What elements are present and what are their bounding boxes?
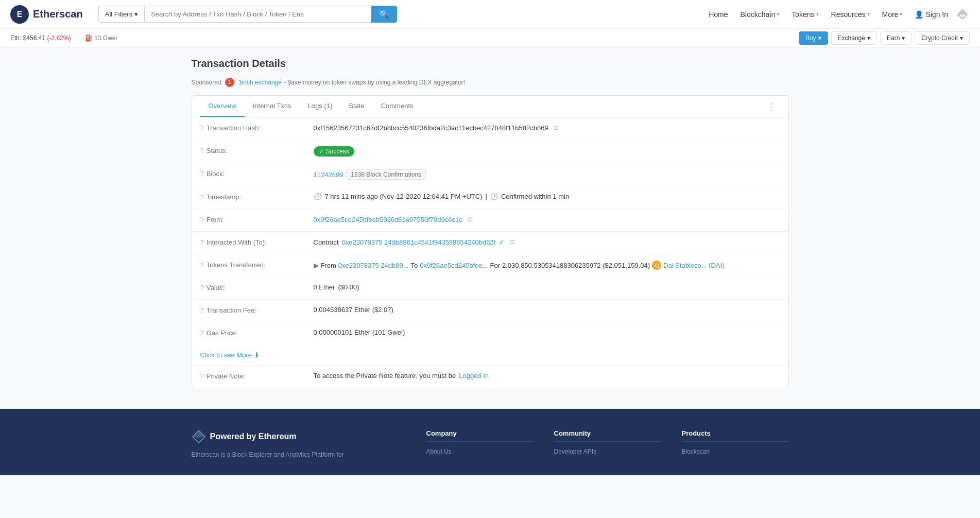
help-icon: ? — [200, 261, 204, 269]
row-value: ? Value: 0 Ether ($0.00) — [192, 277, 788, 300]
crypto-credit-button[interactable]: Crypto Credit ▾ — [915, 31, 970, 45]
copy-icon[interactable]: ⧉ — [554, 124, 558, 132]
tokens-for-prefix: For — [490, 262, 501, 269]
confirmations-badge: 1938 Block Confirmations — [346, 169, 426, 180]
verified-icon: ✓ — [498, 238, 505, 246]
sub-header: Eth: $456.41 (-2.62%) | ⛽ 13 Gwei Buy ▾ … — [0, 29, 980, 47]
sponsored-label: Sponsored: — [192, 79, 223, 86]
tab-logs[interactable]: Logs (1) — [300, 96, 341, 117]
footer-brand-col: Powered by Ethereum Etherscan is a Block… — [192, 429, 406, 460]
chevron-down-icon: ▾ — [777, 11, 779, 17]
nav-resources[interactable]: Resources ▾ — [826, 7, 875, 22]
footer-about-link[interactable]: About Us — [426, 448, 534, 455]
footer-dev-apis-link[interactable]: Developer APIs — [554, 448, 661, 455]
help-icon: ? — [200, 124, 204, 132]
search-area: All Filters ▾ 🔍 — [98, 6, 397, 23]
footer-main: Powered by Ethereum Etherscan is a Block… — [181, 409, 799, 475]
user-icon: 👤 — [915, 10, 923, 19]
clock-icon: 🕐 — [314, 193, 322, 200]
tokens-amount: 2,030,850.530534188306235972 ($2,051,159… — [502, 262, 650, 269]
tokens-from-link[interactable]: 0xe23078375 24db89... — [338, 262, 409, 269]
nav-home[interactable]: Home — [703, 7, 733, 22]
chevron-down-icon: ▾ — [900, 11, 902, 17]
tab-overview[interactable]: Overview — [200, 96, 245, 117]
click-more-link[interactable]: Click to see More ⬇ — [192, 345, 268, 365]
ethereum-icon — [192, 429, 206, 444]
logo-text: Etherscan — [33, 8, 83, 20]
row-interacted: ? Interacted With (To): Contract 0xe2307… — [192, 232, 788, 254]
footer-blockscan-link[interactable]: Blockscan — [682, 448, 789, 455]
sponsor-icon: 1 — [225, 78, 234, 87]
row-private-note: ? Private Note: To access the Private No… — [192, 365, 788, 388]
logged-in-link[interactable]: Logged In — [459, 372, 489, 379]
copy-icon[interactable]: ⧉ — [510, 238, 514, 246]
row-fee: ? Transaction Fee: 0.004538637 Ether ($2… — [192, 300, 788, 322]
tokens-name-link[interactable]: Dai Stableco... (DAI) — [663, 262, 725, 269]
tab-internal-txns[interactable]: Internal Txns — [245, 96, 300, 117]
value-ether: 0 Ether — [314, 283, 335, 291]
eth-diamond-icon[interactable] — [955, 7, 970, 22]
gas-pump-icon: ⛽ — [85, 34, 93, 42]
value-label: Value: — [207, 284, 225, 291]
tokens-to-link[interactable]: 0x9f26ae5cd245bfee... — [420, 262, 488, 269]
nav-more[interactable]: More ▾ — [877, 7, 908, 22]
status-badge: ✓ Success — [314, 146, 354, 157]
earn-button[interactable]: Earn ▾ — [880, 31, 912, 45]
search-button[interactable]: 🔍 — [371, 6, 397, 23]
buy-button[interactable]: Buy ▾ — [799, 31, 828, 45]
tokens-from-prefix: From — [321, 262, 336, 269]
nav-blockchain[interactable]: Blockchain ▾ — [735, 7, 785, 22]
sponsor-link[interactable]: 1inch.exchange — [238, 79, 282, 86]
exchange-button[interactable]: Exchange ▾ — [831, 31, 877, 45]
page-content: Transaction Details Sponsored: 1 1inch.e… — [181, 58, 799, 388]
chevron-down-icon: ▾ — [867, 11, 870, 17]
block-number-link[interactable]: 11242699 — [314, 171, 343, 179]
fee-label: Transaction Fee: — [207, 306, 256, 314]
row-from: ? From: 0x9f26ae5cd245bfeeb5926d61497550… — [192, 209, 788, 232]
arrow-right-icon: ▶ — [314, 262, 319, 269]
page-title-row: Transaction Details — [192, 58, 789, 70]
timestamp-label: Timestamp: — [207, 193, 241, 201]
row-gas: ? Gas Price: 0.000000101 Ether (101 Gwei… — [192, 322, 788, 345]
footer-community-title: Community — [554, 429, 661, 442]
confirmed-text: Confirmed within 1 min — [501, 193, 569, 200]
transaction-card: Overview Internal Txns Logs (1) State Co… — [192, 95, 789, 388]
private-note-text: To access the Private Note feature, you … — [314, 372, 456, 379]
from-label: From: — [207, 216, 224, 223]
tab-comments[interactable]: Comments — [373, 96, 422, 117]
gas-info: ⛽ 13 Gwei — [85, 34, 117, 42]
filter-dropdown[interactable]: All Filters ▾ — [98, 6, 144, 23]
tx-hash-value: 0xf15623567231c67df2b8bcc5540236fbda2c3a… — [314, 124, 548, 132]
logo-icon: E — [10, 5, 29, 24]
svg-marker-1 — [958, 10, 967, 15]
action-buttons: Buy ▾ Exchange ▾ Earn ▾ Crypto Credit ▾ — [799, 31, 970, 45]
sponsor-text: - $ave money on token swaps by using a l… — [284, 79, 465, 86]
block-label: Block: — [207, 170, 225, 178]
help-icon: ? — [200, 329, 204, 337]
help-icon: ? — [200, 306, 204, 314]
gas-price-label: Gas Price: — [207, 329, 238, 337]
detail-table: ? Transaction Hash: 0xf15623567231c67df2… — [192, 117, 788, 345]
footer-brand: Powered by Ethereum — [192, 429, 406, 444]
logo[interactable]: E Etherscan — [10, 5, 83, 24]
status-label: Status: — [207, 147, 227, 154]
chevron-down-icon: ▾ — [818, 34, 821, 42]
sign-in-button[interactable]: 👤 Sign In — [909, 7, 953, 22]
tab-state[interactable]: State — [340, 96, 372, 117]
footer-community-col: Community Developer APIs — [554, 429, 661, 460]
card-tab-more-icon[interactable]: ⋮ — [763, 97, 780, 116]
token-transfer: ▶ From 0xe23078375 24db89... To 0x9f26ae… — [314, 261, 725, 270]
tokens-to-prefix: To — [410, 262, 418, 269]
copy-icon[interactable]: ⧉ — [468, 215, 472, 223]
chevron-down-icon: ▾ — [134, 10, 138, 18]
search-input[interactable] — [144, 6, 371, 23]
help-icon: ? — [200, 284, 204, 291]
footer-products-col: Products Blockscan — [682, 429, 789, 460]
nav-tokens[interactable]: Tokens ▾ — [786, 7, 823, 22]
svg-marker-3 — [193, 430, 205, 438]
interacted-address-link[interactable]: 0xe23078375 24db8961c4541f943598654240bd… — [342, 238, 496, 246]
from-address-link[interactable]: 0x9f26ae5cd245bfeeb5926d61497550f79d9c6c… — [314, 216, 462, 223]
filter-label: All Filters — [105, 10, 132, 18]
check-icon: ✓ — [319, 148, 324, 155]
row-block: ? Block: 11242699 1938 Block Confirmatio… — [192, 163, 788, 186]
